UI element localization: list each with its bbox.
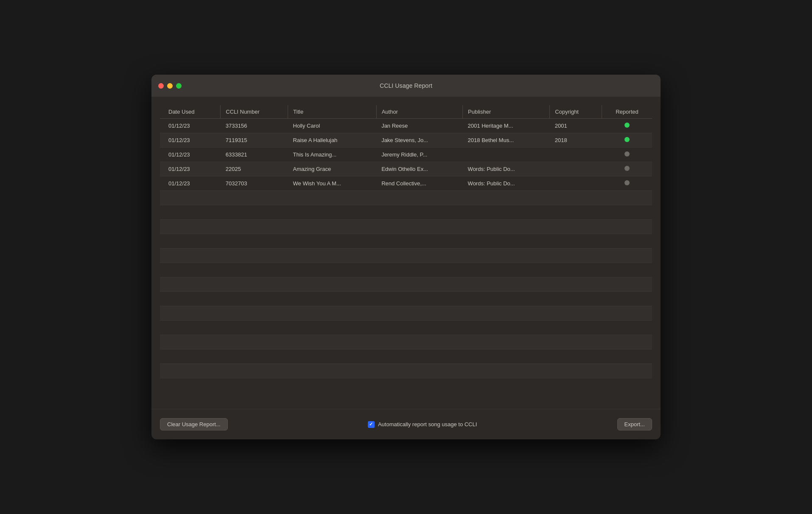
cell-author: Rend Collective,... (376, 176, 462, 191)
empty-cell (288, 321, 377, 335)
empty-cell (376, 306, 462, 321)
header-ccli-number: CCLI Number (221, 105, 288, 119)
empty-cell (376, 249, 462, 263)
clear-usage-report-button[interactable]: Clear Usage Report... (160, 418, 228, 430)
minimize-button[interactable] (167, 83, 173, 89)
status-dot-green (624, 137, 630, 142)
cell-author: Jake Stevens, Jo... (376, 133, 462, 148)
empty-row (160, 364, 652, 378)
cell-date: 01/12/23 (160, 119, 221, 133)
cell-author: Jan Reese (376, 119, 462, 133)
empty-cell (376, 364, 462, 378)
empty-row (160, 306, 652, 321)
empty-cell (463, 249, 550, 263)
table-row[interactable]: 01/12/23 3733156 Holly Carol Jan Reese 2… (160, 119, 652, 133)
cell-publisher: 2001 Heritage M... (463, 119, 550, 133)
status-dot-gray (624, 151, 630, 156)
footer-center: ✓ Automatically report song usage to CCL… (228, 421, 617, 428)
export-button[interactable]: Export... (617, 418, 652, 430)
header-author: Author (376, 105, 462, 119)
empty-row (160, 349, 652, 364)
cell-copyright (550, 148, 602, 162)
table-header-row: Date Used CCLI Number Title Author Publi… (160, 105, 652, 119)
footer-left: Clear Usage Report... (160, 418, 228, 430)
empty-cell (288, 263, 377, 277)
empty-cell (550, 292, 602, 306)
table-container: Date Used CCLI Number Title Author Publi… (160, 105, 652, 404)
auto-report-checkbox[interactable]: ✓ (368, 421, 375, 428)
cell-publisher: 2018 Bethel Mus... (463, 133, 550, 148)
cell-author: Jeremy Riddle, P... (376, 148, 462, 162)
empty-cell (376, 191, 462, 205)
header-date-used: Date Used (160, 105, 221, 119)
empty-cell (550, 306, 602, 321)
empty-cell (463, 263, 550, 277)
empty-cell (376, 277, 462, 292)
empty-row (160, 292, 652, 306)
cell-copyright (550, 162, 602, 176)
empty-cell (376, 321, 462, 335)
cell-title: We Wish You A M... (288, 176, 377, 191)
header-reported: Reported (602, 105, 652, 119)
empty-cell (463, 234, 550, 249)
empty-cell (463, 335, 550, 349)
empty-cell (288, 191, 377, 205)
cell-copyright: 2001 (550, 119, 602, 133)
empty-cell (463, 191, 550, 205)
empty-cell (602, 263, 652, 277)
empty-cell (160, 321, 221, 335)
status-dot-gray (624, 180, 630, 185)
table-row[interactable]: 01/12/23 7119315 Raise A Hallelujah Jake… (160, 133, 652, 148)
cell-ccli: 7032703 (221, 176, 288, 191)
empty-cell (463, 220, 550, 234)
empty-cell (288, 335, 377, 349)
empty-cell (160, 335, 221, 349)
table-row[interactable]: 01/12/23 7032703 We Wish You A M... Rend… (160, 176, 652, 191)
empty-cell (376, 205, 462, 220)
empty-row (160, 335, 652, 349)
empty-row (160, 263, 652, 277)
empty-cell (221, 205, 288, 220)
empty-cell (288, 220, 377, 234)
empty-cell (376, 263, 462, 277)
maximize-button[interactable] (176, 83, 182, 89)
empty-cell (221, 249, 288, 263)
empty-cell (221, 306, 288, 321)
empty-cell (160, 249, 221, 263)
header-publisher: Publisher (463, 105, 550, 119)
empty-cell (221, 364, 288, 378)
cell-reported (602, 148, 652, 162)
empty-cell (288, 349, 377, 364)
empty-cell (160, 191, 221, 205)
cell-ccli: 3733156 (221, 119, 288, 133)
empty-cell (221, 263, 288, 277)
empty-cell (602, 205, 652, 220)
usage-table: Date Used CCLI Number Title Author Publi… (160, 105, 652, 378)
empty-cell (288, 277, 377, 292)
empty-cell (602, 349, 652, 364)
empty-cell (221, 349, 288, 364)
empty-cell (602, 292, 652, 306)
table-row[interactable]: 01/12/23 6333821 This Is Amazing... Jere… (160, 148, 652, 162)
close-button[interactable] (158, 83, 164, 89)
table-row[interactable]: 01/12/23 22025 Amazing Grace Edwin Othel… (160, 162, 652, 176)
empty-cell (550, 263, 602, 277)
empty-cell (463, 364, 550, 378)
empty-cell (550, 220, 602, 234)
empty-row (160, 321, 652, 335)
cell-ccli: 6333821 (221, 148, 288, 162)
empty-cell (550, 277, 602, 292)
cell-title: Raise A Hallelujah (288, 133, 377, 148)
cell-reported (602, 176, 652, 191)
empty-cell (288, 249, 377, 263)
empty-cell (288, 205, 377, 220)
empty-cell (288, 234, 377, 249)
footer-right: Export... (617, 418, 652, 430)
empty-cell (550, 234, 602, 249)
empty-cell (602, 249, 652, 263)
cell-reported (602, 119, 652, 133)
empty-cell (602, 220, 652, 234)
traffic-lights (158, 83, 182, 89)
empty-row (160, 234, 652, 249)
empty-cell (463, 292, 550, 306)
